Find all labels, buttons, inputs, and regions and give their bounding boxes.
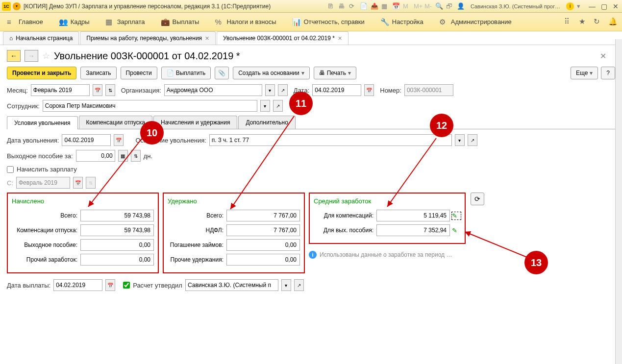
close-icon[interactable]: ✕	[205, 35, 209, 42]
mplus-icon[interactable]: M+	[414, 2, 422, 10]
calendar-icon[interactable]: 📅	[364, 84, 374, 96]
tab-dismissal[interactable]: Увольнение 00ЗК-000001 от 04.02.2019 *✕	[217, 31, 348, 45]
save-button[interactable]: Записать	[80, 67, 116, 79]
menu-salary[interactable]: ▦Зарплата	[102, 16, 148, 28]
scrollbar[interactable]	[615, 39, 622, 295]
menu-settings[interactable]: 🔧Настройка	[377, 16, 426, 28]
dropdown-icon[interactable]: ▾	[281, 279, 291, 291]
reload-icon[interactable]: ⟳	[349, 2, 357, 10]
page-title: Увольнение 00ЗК-000001 от 04.02.2019 *	[54, 50, 240, 62]
itab-additional[interactable]: Дополнительно	[238, 116, 295, 129]
accrued-sev-field: 0,00	[80, 239, 154, 251]
dropdown-icon[interactable]: ▾	[265, 84, 275, 96]
print-button[interactable]: 🖶Печать	[314, 67, 356, 79]
menu-main[interactable]: ≡Главное	[4, 16, 46, 28]
inner-tabs: Условия увольнения Компенсации отпуска Н…	[7, 116, 615, 129]
withheld-total-field: 7 767,00	[226, 210, 300, 221]
attach-button[interactable]: 📎	[215, 67, 229, 79]
accrued-oth-label: Прочий заработок:	[12, 256, 80, 263]
calc-icon[interactable]: ▦	[118, 150, 128, 162]
menu-reports[interactable]: 📊Отчетность, справки	[289, 16, 368, 28]
approved-by-field[interactable]	[185, 279, 278, 291]
print-icon[interactable]: 🖶	[338, 2, 346, 10]
approved-checkbox[interactable]	[123, 282, 130, 289]
nav-forward-button[interactable]: →	[25, 50, 38, 62]
star-icon[interactable]: ★	[579, 17, 589, 27]
tab-home[interactable]: ⌂Начальная страница	[3, 31, 79, 45]
grid-icon: ▦	[105, 18, 114, 26]
paydate-field[interactable]	[53, 279, 102, 291]
refresh-button[interactable]: ⟳	[471, 193, 484, 205]
create-based-on-button[interactable]: Создать на основании	[233, 67, 310, 79]
grid-icon[interactable]: ▦	[381, 2, 389, 10]
itab-accruals[interactable]: Начисления и удержания	[153, 116, 237, 129]
pay-button[interactable]: 📄Выплатить	[161, 67, 211, 79]
post-and-close-button[interactable]: Провести и закрыть	[7, 67, 76, 79]
menu-taxes[interactable]: %Налоги и взносы	[212, 16, 279, 28]
menu-payments[interactable]: 💼Выплаты	[158, 16, 202, 28]
favorite-star-icon[interactable]: ☆	[42, 50, 50, 61]
info-icon[interactable]: i	[566, 2, 574, 10]
dropdown-icon[interactable]: ▾	[260, 100, 270, 112]
org-field[interactable]	[164, 84, 262, 96]
calendar-icon[interactable]: 📅	[392, 2, 400, 10]
close-icon[interactable]: ✕	[338, 35, 342, 42]
nav-back-button[interactable]: ←	[7, 50, 21, 62]
employee-label: Сотрудник:	[7, 102, 40, 110]
calc-salary-checkbox[interactable]	[7, 166, 14, 173]
close-button[interactable]: ✕	[611, 2, 620, 10]
open-icon[interactable]: ↗	[294, 279, 304, 291]
briefcase-icon: 💼	[161, 18, 170, 26]
stepper-icon[interactable]: ⇅	[105, 84, 115, 96]
zoom-icon[interactable]: 🔍	[435, 2, 443, 10]
maximize-button[interactable]: ▢	[599, 2, 608, 10]
tool-icon[interactable]: 🖹	[327, 2, 335, 10]
open-icon[interactable]: ↗	[278, 84, 288, 96]
app-menu-dropdown[interactable]: ▾	[13, 2, 21, 10]
itab-conditions[interactable]: Условия увольнения	[7, 116, 78, 129]
severance-days-field[interactable]	[76, 150, 115, 162]
dismiss-date-field[interactable]	[62, 134, 111, 146]
minimize-button[interactable]: —	[588, 2, 597, 10]
callout-13: 13	[524, 251, 548, 274]
callout-11: 11	[289, 92, 313, 115]
menu-admin[interactable]: ⚙Администрирование	[436, 16, 515, 28]
calendar-icon[interactable]: 📅	[114, 134, 124, 146]
dropdown-icon[interactable]: ▾	[455, 134, 465, 146]
bell-icon[interactable]: 🔔	[608, 17, 618, 27]
dismiss-date-label: Дата увольнения:	[7, 137, 59, 144]
page-close-icon[interactable]: ✕	[600, 51, 606, 61]
doc-icon[interactable]: 📄	[360, 2, 368, 10]
info-icon: i	[309, 251, 317, 259]
calendar-icon: 📅	[73, 177, 83, 189]
apps-icon[interactable]: ⠿	[564, 17, 574, 27]
m-icon[interactable]: M	[403, 2, 411, 10]
menu-icon: ≡	[7, 18, 16, 26]
month-field[interactable]	[31, 84, 90, 96]
window-icon[interactable]: 🗗	[446, 2, 454, 10]
withheld-ndfl-label: НДФЛ:	[168, 227, 226, 234]
export-icon[interactable]: 📤	[371, 2, 378, 10]
date-field[interactable]	[312, 84, 361, 96]
calendar-icon[interactable]: 📅	[105, 279, 115, 291]
dropdown-icon[interactable]: ▾	[577, 2, 585, 10]
help-button[interactable]: ?	[601, 67, 615, 79]
menu-personnel[interactable]: 👥Кадры	[56, 16, 93, 28]
open-icon[interactable]: ↗	[273, 100, 283, 112]
reason-field[interactable]	[209, 134, 452, 146]
stepper-icon[interactable]: ⇅	[131, 150, 141, 162]
calendar-icon[interactable]: 📅	[93, 84, 102, 96]
post-button[interactable]: Провести	[121, 67, 157, 79]
paperclip-icon: 📎	[218, 70, 225, 76]
employee-field[interactable]	[43, 100, 257, 112]
pencil-icon[interactable]: ✎	[452, 227, 461, 234]
mminus-icon[interactable]: M-	[424, 2, 432, 10]
tab-hires[interactable]: Приемы на работу, переводы, увольнения✕	[80, 31, 216, 45]
window-title: [КОПИЯ] Демо ЗУП / Зарплата и управление…	[24, 3, 327, 10]
more-button[interactable]: Еще	[571, 67, 598, 79]
pencil-icon[interactable]: ✎	[452, 212, 461, 219]
open-icon[interactable]: ↗	[468, 134, 477, 146]
avg-title: Средний заработок	[314, 197, 461, 205]
command-bar: Провести и закрыть Записать Провести 📄Вы…	[0, 67, 622, 84]
history-icon[interactable]: ↻	[594, 17, 603, 27]
